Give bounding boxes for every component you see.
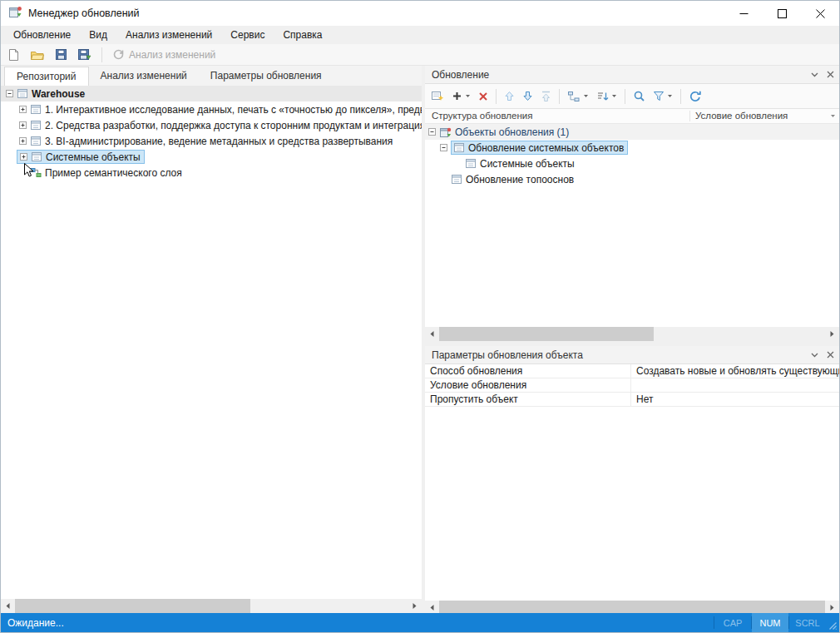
open-folder-icon	[30, 49, 45, 61]
app-window: Менеджер обновлений Обновление Вид Анали…	[0, 0, 840, 633]
panel-close-icon[interactable]	[827, 351, 834, 359]
tree-item-label: Пример семантического слоя	[45, 167, 182, 179]
column-header-structure[interactable]: Структура обновления	[432, 111, 532, 121]
tree-item-folder-2[interactable]: 2. Средства разработки, поддержка доступ…	[1, 117, 422, 133]
param-value[interactable]: Создавать новые и обновлять существующие	[631, 365, 839, 377]
scrollbar-track[interactable]	[439, 327, 825, 341]
expand-expander-icon[interactable]	[19, 106, 27, 113]
new-button[interactable]	[7, 48, 20, 62]
column-options-caret-icon[interactable]	[830, 114, 836, 118]
tab-change-analysis[interactable]: Анализ изменений	[89, 67, 199, 86]
update-horizontal-scrollbar[interactable]	[425, 327, 839, 341]
menu-change-analysis[interactable]: Анализ изменений	[116, 26, 221, 44]
scroll-right-button[interactable]	[825, 327, 839, 341]
folder-object-icon	[451, 174, 462, 185]
expand-expander-icon[interactable]	[19, 137, 27, 145]
menu-bar: Обновление Вид Анализ изменений Сервис С…	[1, 26, 839, 44]
update-tree-column-headers: Структура обновления Условие обновления	[425, 109, 839, 124]
collapse-expander-icon[interactable]	[428, 128, 436, 136]
add-object-button[interactable]	[452, 91, 471, 101]
new-update-node-button[interactable]	[431, 90, 444, 102]
param-value[interactable]: Нет	[631, 393, 839, 405]
tree-item-system-objects-update[interactable]: Обновление системных объектов	[425, 140, 839, 156]
object-params-grid: Способ обновления Создавать новые и обно…	[425, 364, 839, 601]
update-panel-title: Обновление	[432, 69, 489, 81]
scrollbar-thumb[interactable]	[439, 327, 654, 341]
main-toolbar: Анализ изменений	[1, 44, 839, 66]
tree-item-update-objects[interactable]: Объекты обновления (1)	[425, 124, 839, 140]
panel-menu-chevron-icon[interactable]	[811, 353, 818, 358]
param-row-update-condition[interactable]: Условие обновления	[425, 378, 839, 393]
analysis-icon	[112, 48, 125, 61]
tree-item-semantic-layer[interactable]: Пример семантического слоя	[1, 165, 422, 181]
scroll-right-icon	[829, 330, 835, 338]
tab-update-parameters[interactable]: Параметры обновления	[199, 67, 334, 86]
collapse-expander-icon[interactable]	[440, 144, 447, 151]
move-to-top-button[interactable]	[541, 91, 551, 102]
scrollbar-thumb[interactable]	[15, 599, 250, 613]
scroll-left-button[interactable]	[1, 599, 15, 613]
panel-menu-chevron-icon[interactable]	[811, 72, 818, 77]
app-icon	[8, 5, 22, 22]
left-tab-bar: Репозиторий Анализ изменений Параметры о…	[1, 66, 422, 86]
tab-repository[interactable]: Репозиторий	[4, 67, 89, 86]
toolbar-separator	[625, 89, 625, 104]
search-button[interactable]	[633, 90, 645, 102]
column-divider[interactable]	[689, 111, 690, 121]
close-icon	[816, 9, 825, 18]
dropdown-caret-icon	[667, 94, 673, 98]
scroll-right-button[interactable]	[408, 599, 422, 613]
filter-button[interactable]	[653, 91, 673, 101]
delete-icon	[478, 91, 488, 101]
param-row-skip-object[interactable]: Пропустить объект Нет	[425, 393, 839, 407]
sort-button[interactable]	[596, 91, 617, 102]
menu-view[interactable]: Вид	[80, 26, 116, 44]
close-button[interactable]	[801, 1, 839, 26]
tree-item-folder-1[interactable]: 1. Интерактивное исследование данных, пе…	[1, 101, 422, 117]
resize-grip-icon	[828, 621, 838, 631]
caps-lock-indicator: CAP	[714, 613, 751, 632]
maximize-button[interactable]	[763, 1, 801, 26]
move-down-button[interactable]	[522, 91, 533, 101]
save-all-button[interactable]	[77, 48, 91, 61]
grouping-button[interactable]	[567, 91, 589, 102]
new-document-icon	[7, 48, 20, 62]
tree-item-system-objects-child[interactable]: Системные объекты	[425, 156, 839, 171]
scroll-left-button[interactable]	[425, 327, 439, 341]
minimize-button[interactable]	[724, 1, 763, 26]
menu-update[interactable]: Обновление	[4, 26, 80, 44]
open-button[interactable]	[30, 49, 45, 61]
menu-help[interactable]: Справка	[274, 26, 331, 44]
move-up-button[interactable]	[504, 91, 515, 101]
menu-service[interactable]: Сервис	[221, 26, 274, 44]
dropdown-caret-icon	[583, 94, 589, 98]
folder-object-icon	[453, 142, 465, 153]
tree-item-folder-3[interactable]: 3. BI-администрирование, ведение метадан…	[1, 133, 422, 149]
panel-close-icon[interactable]	[827, 71, 834, 78]
collapse-expander-icon[interactable]	[6, 90, 13, 97]
update-panel-header: Обновление	[425, 66, 839, 84]
resize-grip[interactable]	[826, 613, 839, 632]
param-row-update-method[interactable]: Способ обновления Создавать новые и обно…	[425, 364, 839, 378]
left-horizontal-scrollbar[interactable]	[1, 599, 422, 613]
refresh-button[interactable]	[689, 90, 702, 103]
plus-icon	[452, 91, 462, 101]
tree-item-warehouse[interactable]: Warehouse	[1, 86, 422, 101]
window-title: Менеджер обновлений	[28, 7, 140, 19]
tree-item-topobasis-update[interactable]: Обновление топооснов	[425, 171, 839, 187]
scroll-left-icon	[429, 604, 435, 611]
save-button[interactable]	[55, 48, 67, 61]
expand-expander-icon[interactable]	[20, 153, 27, 161]
analysis-button[interactable]: Анализ изменений	[112, 48, 215, 61]
tree-item-system-objects[interactable]: Системные объекты	[1, 149, 422, 165]
delete-object-button[interactable]	[478, 91, 488, 101]
scrollbar-track[interactable]	[15, 599, 408, 613]
minimize-icon	[739, 9, 749, 18]
filter-icon	[653, 91, 665, 101]
tree-item-label: Системные объекты	[46, 151, 141, 163]
expand-expander-icon[interactable]	[19, 121, 27, 129]
update-objects-icon	[439, 126, 452, 138]
column-header-condition[interactable]: Условие обновления	[695, 111, 788, 121]
tree-item-label: Обновление топооснов	[466, 174, 574, 185]
tree-item-label: Объекты обновления (1)	[455, 126, 569, 138]
